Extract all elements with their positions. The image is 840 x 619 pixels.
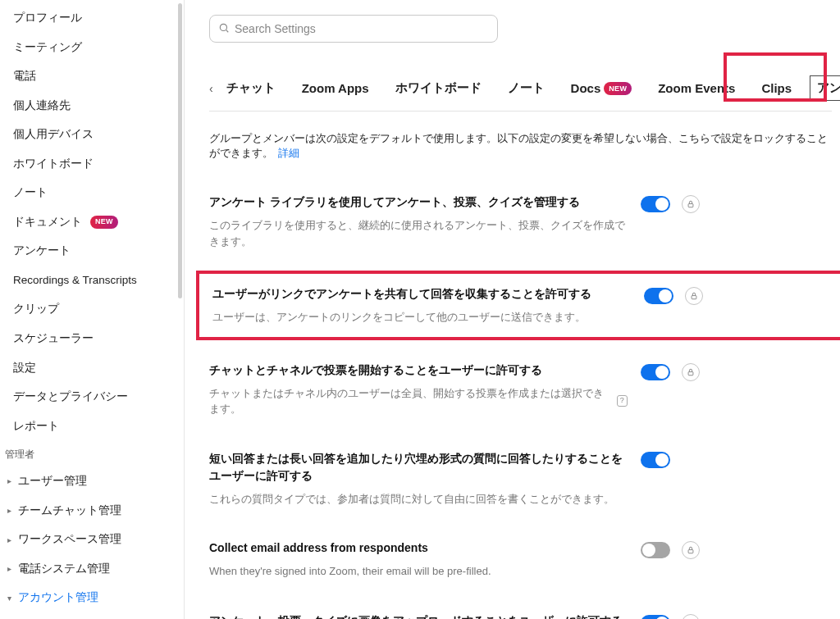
tab-label: Zoom Apps — [302, 81, 369, 95]
nav-item[interactable]: 設定 — [0, 353, 184, 383]
toggle[interactable] — [641, 542, 670, 558]
toggle-knob — [642, 544, 655, 557]
nav-item-label: 設定 — [13, 361, 36, 375]
nav-item[interactable]: プロフィール — [0, 3, 184, 33]
nav-item-label: ミーティング — [13, 40, 82, 55]
info-icon[interactable]: ? — [617, 395, 628, 407]
admin-section-label: 管理者 — [0, 440, 184, 467]
toggle[interactable] — [644, 288, 673, 304]
chevron-down-icon: ▾ — [5, 593, 13, 603]
tab[interactable]: ホワイトボード — [387, 77, 490, 99]
nav-item-label: 個人用デバイス — [13, 127, 94, 142]
nav-item-label: Recordings & Transcripts — [13, 273, 137, 288]
nav-item-label: 電話 — [13, 69, 36, 84]
setting-text: Collect email address from respondentsWh… — [209, 539, 628, 580]
svg-rect-2 — [688, 204, 693, 207]
setting-text: アンケート ライブラリを使用してアンケート、投票、クイズを管理するこのライブラリ… — [209, 193, 628, 249]
setting-title: ユーザーがリンクでアンケートを共有して回答を収集することを許可する — [212, 285, 631, 303]
setting-row: Collect email address from respondentsWh… — [209, 539, 832, 580]
tab-label: ホワイトボード — [395, 80, 482, 96]
setting-title: チャットとチャネルで投票を開始することをユーザーに許可する — [209, 362, 628, 379]
nav-item-label: アンケート — [13, 244, 71, 258]
tab[interactable]: ノート — [500, 77, 553, 99]
nav-item-label: 電話システム管理 — [18, 562, 110, 576]
setting-controls — [641, 541, 706, 559]
setting-title: Collect email address from respondents — [209, 539, 628, 557]
setting-row: アンケート、投票、クイズに画像をアップロードすることをユーザーに許可するユーザー… — [209, 612, 832, 620]
sidebar-scrollbar[interactable] — [178, 3, 182, 298]
svg-rect-5 — [688, 550, 693, 553]
new-badge: NEW — [90, 216, 118, 229]
setting-description: チャットまたはチャネル内のユーザーは全員、開始する投票を作成または選択できます。… — [209, 385, 628, 417]
setting-row: ユーザーがリンクでアンケートを共有して回答を収集することを許可するユーザーは、ア… — [196, 271, 840, 340]
nav-item[interactable]: 個人用デバイス — [0, 120, 184, 149]
tab-label: Zoom Events — [658, 81, 735, 95]
nav-item[interactable]: 電話 — [0, 61, 184, 91]
setting-text: アンケート、投票、クイズに画像をアップロードすることをユーザーに許可するユーザー… — [209, 612, 628, 620]
chevron-right-icon: ▸ — [5, 476, 13, 486]
nav-item[interactable]: ▸電話システム管理 — [0, 554, 184, 584]
nav-item[interactable]: スケジューラー — [0, 324, 184, 353]
setting-text: チャットとチャネルで投票を開始することをユーザーに許可するチャットまたはチャネル… — [209, 362, 628, 417]
tab-label: チャット — [226, 80, 276, 96]
lock-icon[interactable] — [682, 363, 700, 381]
search-input[interactable] — [235, 22, 489, 35]
nav-item[interactable]: ホワイトボード — [0, 149, 184, 179]
search-settings[interactable] — [209, 15, 498, 43]
lock-icon[interactable] — [682, 195, 700, 213]
nav-item-label: ワークスペース管理 — [18, 532, 121, 547]
lock-icon[interactable] — [682, 614, 700, 620]
nav-item-label: レポート — [13, 419, 59, 434]
setting-title: アンケート ライブラリを使用してアンケート、投票、クイズを管理する — [209, 193, 628, 211]
search-icon — [218, 22, 230, 36]
tab[interactable]: チャット — [218, 77, 284, 99]
nav-item[interactable]: ▸ワークスペース管理 — [0, 525, 184, 554]
tab[interactable]: Zoom Apps — [294, 78, 377, 98]
toggle-knob — [655, 198, 669, 211]
toggle-knob — [655, 617, 669, 620]
setting-controls — [644, 287, 710, 305]
nav-item[interactable]: データとプライバシー — [0, 382, 184, 412]
nav-item[interactable]: ドキュメントNEW — [0, 207, 184, 237]
nav-item-label: ユーザー管理 — [18, 474, 87, 489]
lock-icon[interactable] — [685, 287, 703, 305]
setting-title: 短い回答または長い回答を追加したり穴埋め形式の質問に回答したりすることをユーザー… — [209, 450, 628, 485]
setting-row: アンケート ライブラリを使用してアンケート、投票、クイズを管理するこのライブラリ… — [209, 193, 832, 249]
toggle-knob — [659, 289, 672, 303]
nav-item-label: ノート — [13, 185, 48, 200]
setting-description: ユーザーは、アンケートのリンクをコピーして他のユーザーに送信できます。 — [212, 309, 631, 325]
toggle[interactable] — [641, 615, 670, 620]
tab-label: Clips — [761, 81, 792, 95]
nav-item[interactable]: ▸チームチャット管理 — [0, 496, 184, 526]
nav-item[interactable]: アンケート — [0, 236, 184, 266]
nav-item[interactable]: クリップ — [0, 294, 184, 324]
nav-item-label: ドキュメント — [13, 215, 82, 230]
nav-item[interactable]: ▾アカウント管理 — [0, 583, 184, 612]
lock-icon[interactable] — [682, 541, 700, 559]
tab[interactable]: Clips — [753, 78, 800, 98]
tab-label: Docs — [571, 81, 601, 95]
intro-details-link[interactable]: 詳細 — [278, 147, 299, 159]
tab[interactable]: Zoom Events — [650, 78, 743, 98]
nav-item[interactable]: ▸ユーザー管理 — [0, 467, 184, 496]
nav-item[interactable]: レポート — [0, 412, 184, 441]
settings-list: アンケート ライブラリを使用してアンケート、投票、クイズを管理するこのライブラリ… — [209, 193, 832, 619]
nav-item[interactable]: Recordings & Transcripts — [0, 266, 184, 295]
setting-controls — [641, 363, 706, 381]
nav-subitem[interactable]: アカウントプロフィール — [0, 612, 184, 619]
main-panel: ‹ チャットZoom AppsホワイトボードノートDocsNEWZoom Eve… — [185, 0, 840, 619]
setting-description: このライブラリを使用すると、継続的に使用されるアンケート、投票、クイズを作成でき… — [209, 217, 628, 249]
toggle-knob — [655, 366, 669, 379]
nav-item[interactable]: ミーティング — [0, 33, 184, 62]
svg-line-1 — [226, 30, 229, 32]
toggle[interactable] — [641, 196, 670, 212]
toggle[interactable] — [641, 452, 670, 468]
tab[interactable]: DocsNEW — [563, 78, 641, 98]
nav-item[interactable]: 個人連絡先 — [0, 91, 184, 121]
tab[interactable]: アンケートNEW — [810, 75, 840, 101]
toggle[interactable] — [641, 364, 670, 380]
chevron-right-icon: ▸ — [5, 535, 13, 545]
svg-rect-4 — [688, 371, 693, 375]
setting-text: 短い回答または長い回答を追加したり穴埋め形式の質問に回答したりすることをユーザー… — [209, 450, 628, 507]
nav-item[interactable]: ノート — [0, 178, 184, 207]
